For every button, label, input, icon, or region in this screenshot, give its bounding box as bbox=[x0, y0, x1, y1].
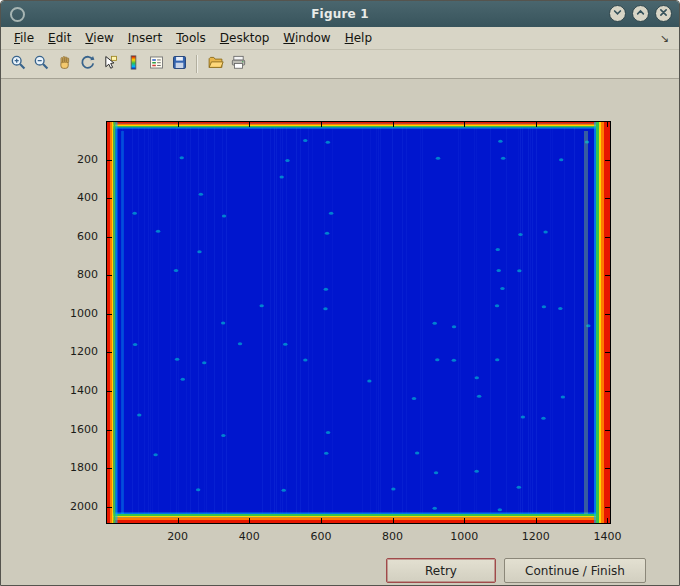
x-tick-label: 200 bbox=[156, 530, 200, 543]
continue-finish-button[interactable]: Continue / Finish bbox=[504, 558, 646, 583]
menu-overflow-icon[interactable]: ↘ bbox=[660, 32, 673, 45]
x-tick-label: 1200 bbox=[514, 530, 558, 543]
close-button[interactable] bbox=[655, 5, 672, 22]
x-tick-label: 1400 bbox=[585, 530, 629, 543]
print-button[interactable] bbox=[227, 53, 249, 75]
rotate-3d-icon bbox=[79, 54, 96, 74]
menu-item-view[interactable]: View bbox=[78, 29, 120, 47]
data-cursor-button[interactable] bbox=[99, 53, 121, 75]
y-tick-label: 800 bbox=[46, 268, 98, 281]
zoom-out-button[interactable] bbox=[30, 53, 52, 75]
close-icon bbox=[658, 6, 669, 21]
title-bar: Figure 1 bbox=[1, 1, 679, 27]
menu-item-help[interactable]: Help bbox=[338, 29, 379, 47]
window-title: Figure 1 bbox=[1, 7, 679, 21]
maximize-button[interactable] bbox=[632, 5, 649, 22]
y-tick-label: 1400 bbox=[46, 384, 98, 397]
print-icon bbox=[230, 54, 247, 74]
zoom-out-icon bbox=[33, 54, 50, 74]
open-folder-button[interactable] bbox=[204, 53, 226, 75]
y-tick-label: 2000 bbox=[46, 500, 98, 513]
save-button[interactable] bbox=[168, 53, 190, 75]
legend-icon bbox=[148, 54, 165, 74]
x-tick-label: 400 bbox=[227, 530, 271, 543]
minimize-button[interactable] bbox=[609, 5, 626, 22]
zoom-in-icon bbox=[10, 54, 27, 74]
y-tick-label: 200 bbox=[46, 153, 98, 166]
y-tick-label: 1000 bbox=[46, 307, 98, 320]
y-tick-label: 1600 bbox=[46, 423, 98, 436]
window-controls bbox=[609, 5, 672, 22]
save-icon bbox=[171, 54, 188, 74]
x-tick-label: 600 bbox=[299, 530, 343, 543]
pan-button[interactable] bbox=[53, 53, 75, 75]
minimize-icon bbox=[612, 6, 623, 21]
menu-item-desktop[interactable]: Desktop bbox=[213, 29, 277, 47]
legend-button[interactable] bbox=[145, 53, 167, 75]
menu-items: FileEditViewInsertToolsDesktopWindowHelp bbox=[7, 29, 660, 47]
menu-item-tools[interactable]: Tools bbox=[169, 29, 213, 47]
data-cursor-icon bbox=[102, 54, 119, 74]
plot-canvas bbox=[106, 121, 611, 524]
colorbar-button[interactable] bbox=[122, 53, 144, 75]
x-tick-label: 1000 bbox=[442, 530, 486, 543]
y-tick-label: 1200 bbox=[46, 345, 98, 358]
menu-item-file[interactable]: File bbox=[7, 29, 41, 47]
y-tick-label: 400 bbox=[46, 191, 98, 204]
figure-area: Retry Continue / Finish 2004006008001000… bbox=[1, 79, 679, 586]
toolbar-separator bbox=[196, 55, 198, 73]
figure-window: Figure 1 FileEditViewInsertToolsDesktopW… bbox=[0, 0, 680, 586]
rotate-3d-button[interactable] bbox=[76, 53, 98, 75]
window-menu-icon[interactable] bbox=[10, 7, 25, 22]
menu-item-edit[interactable]: Edit bbox=[41, 29, 78, 47]
colorbar-icon bbox=[125, 54, 142, 74]
y-tick-label: 600 bbox=[46, 230, 98, 243]
menu-item-insert[interactable]: Insert bbox=[121, 29, 169, 47]
menu-item-window[interactable]: Window bbox=[276, 29, 337, 47]
pan-icon bbox=[56, 54, 73, 74]
open-folder-icon bbox=[207, 54, 224, 74]
toolbar bbox=[1, 50, 679, 79]
menu-bar: FileEditViewInsertToolsDesktopWindowHelp… bbox=[1, 27, 679, 50]
maximize-icon bbox=[635, 6, 646, 21]
zoom-in-button[interactable] bbox=[7, 53, 29, 75]
y-tick-label: 1800 bbox=[46, 461, 98, 474]
x-tick-label: 800 bbox=[371, 530, 415, 543]
retry-button[interactable]: Retry bbox=[386, 558, 496, 583]
